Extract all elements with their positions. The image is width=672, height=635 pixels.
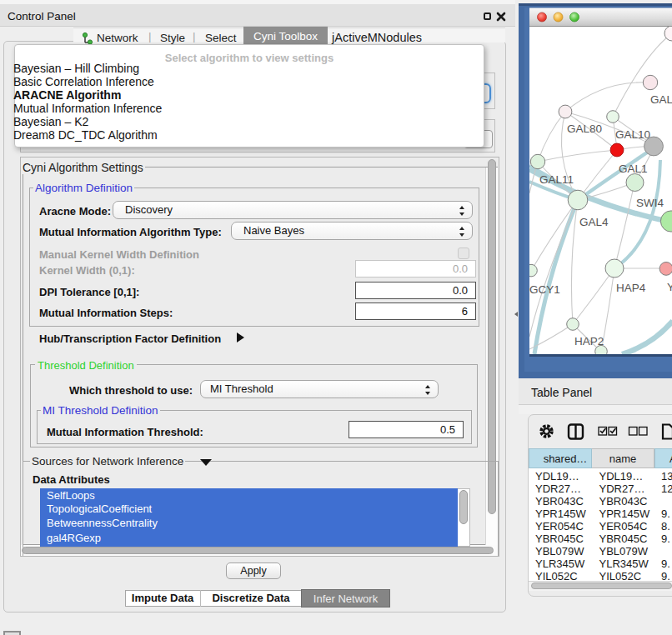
- svg-text:GAL: GAL: [650, 93, 672, 106]
- svg-text:GAL11: GAL11: [539, 173, 574, 186]
- svg-text:SWI4: SWI4: [636, 197, 664, 209]
- svg-text:HAP2: HAP2: [574, 335, 604, 348]
- svg-text:GAL1: GAL1: [619, 162, 648, 175]
- svg-text:GAL4: GAL4: [579, 216, 609, 228]
- svg-text:GCY1: GCY1: [529, 283, 560, 296]
- svg-text:Y: Y: [667, 281, 672, 293]
- svg-text:GAL80: GAL80: [567, 122, 602, 135]
- svg-text:GAL10: GAL10: [615, 128, 650, 141]
- svg-text:HAP4: HAP4: [616, 282, 646, 294]
